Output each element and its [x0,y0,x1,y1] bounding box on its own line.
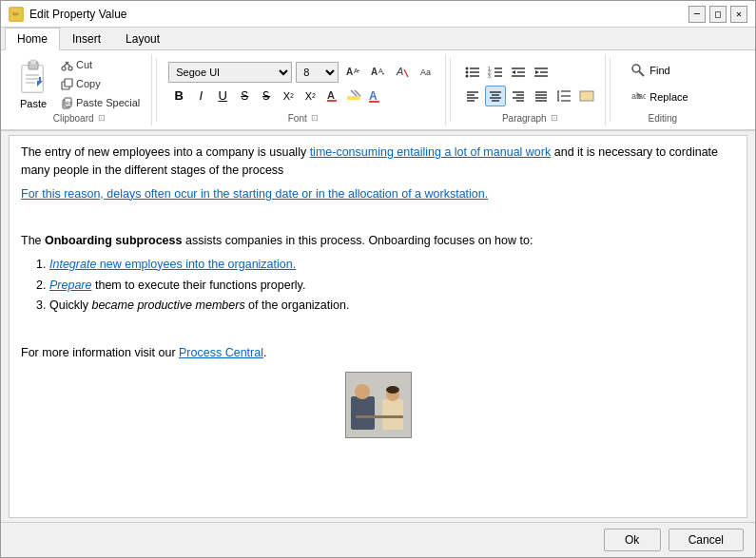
bottom-bar: Ok Cancel [1,522,755,557]
superscript-button[interactable]: X2 [278,86,299,106]
replace-label: Replace [649,91,688,103]
tab-insert[interactable]: Insert [60,28,113,50]
tab-home[interactable]: Home [5,28,60,50]
editor-area[interactable]: The entry of new employees into a compan… [9,135,747,518]
divider-1 [156,58,157,122]
link-integrate-text: new employees into the organization. [96,258,296,271]
font-format-row: B I U S S̶ X2 X2 A [168,86,386,106]
para-expand-icon[interactable]: ⊡ [551,113,558,123]
link-process-central[interactable]: Process Central [179,346,263,359]
font-size-select[interactable]: 8 [296,62,339,83]
edit-icon: ✏ [9,7,24,22]
italic-button[interactable]: I [190,86,211,106]
list-item-3: Quickly became productive members of the… [49,297,735,315]
svg-point-91 [386,386,399,394]
interview-image-svg [346,373,412,438]
italic-members: became productive members [91,298,244,312]
window: ✏ Edit Property Value ─ □ ✕ Home Insert … [0,0,756,558]
para-row-1: 1. 2. 3. [462,62,552,83]
editing-label-row: Editing [622,111,703,124]
text-highlight-button[interactable] [343,86,364,106]
window-title: Edit Property Value [29,8,127,21]
font-group-content: Segoe UI 8 A A [168,56,437,111]
font-name-select[interactable]: Segoe UI [168,62,292,83]
scissors-icon [60,58,73,71]
numbering-button[interactable]: 1. 2. 3. [485,62,506,83]
ribbon: Home Insert Layout [1,28,755,131]
link-prepare[interactable]: Prepare [49,279,91,292]
subscript-button[interactable]: X2 [300,86,320,106]
svg-rect-15 [65,79,72,87]
svg-rect-87 [351,396,375,430]
font-shrink-button[interactable]: A A [367,62,388,83]
minimize-button[interactable]: ─ [688,6,706,23]
svg-text:A: A [346,67,353,77]
link-integrate[interactable]: Integrate [49,258,96,271]
font-color-button[interactable]: A [321,86,342,106]
increase-indent-button[interactable] [531,62,552,83]
replace-button[interactable]: ab ac Replace [622,86,703,108]
bold-button[interactable]: B [168,86,189,106]
close-button[interactable]: ✕ [730,6,747,23]
shading-button[interactable] [576,86,597,106]
svg-text:✏: ✏ [12,10,20,19]
text-effects-button[interactable]: A [365,86,386,106]
font-expand-icon[interactable]: ⊡ [311,113,319,123]
para-group-content: 1. 2. 3. [462,56,597,111]
svg-line-83 [639,71,644,76]
svg-point-11 [68,67,72,70]
svg-rect-30 [347,96,360,100]
clipboard-expand-icon[interactable]: ⊡ [98,113,106,123]
svg-point-35 [466,67,469,69]
tab-layout[interactable]: Layout [113,28,172,50]
paste-label: Paste [20,98,47,109]
copy-label: Copy [76,78,101,89]
svg-point-82 [632,65,640,72]
justify-button[interactable] [531,86,552,106]
bullets-button[interactable] [462,62,483,83]
editor-paragraph-blank-2 [21,320,735,338]
line-spacing-button[interactable] [553,86,574,106]
svg-text:abc: abc [65,100,73,106]
clipboard-group-content: Paste Cut [14,56,144,111]
para-label-row: Paragraph ⊡ [462,111,597,124]
title-bar-controls: ─ □ ✕ [688,6,747,23]
paragraph-group: 1. 2. 3. [455,54,606,125]
link-time-consuming[interactable]: time-consuming entailing a lot of manual… [310,145,552,159]
paste-button[interactable]: Paste [14,56,52,111]
svg-text:Aa: Aa [420,67,431,77]
copy-icon [60,77,73,90]
copy-button[interactable]: Copy [56,75,144,92]
underline-button[interactable]: U [212,86,233,106]
strikethrough-button[interactable]: S [234,86,255,106]
double-strikethrough-button[interactable]: S̶ [256,86,277,106]
editor-image [345,372,412,438]
svg-text:A: A [327,89,335,101]
font-label: Font [288,113,307,124]
maximize-button[interactable]: □ [709,6,727,23]
clear-formatting-button[interactable]: A [392,62,413,83]
svg-point-88 [355,384,370,399]
character-case-button[interactable]: Aa [417,62,437,83]
cancel-button[interactable]: Cancel [669,529,744,551]
svg-rect-92 [356,415,403,418]
find-button[interactable]: Find [622,59,703,82]
editor-list: Integrate new employees into the organiz… [49,256,735,315]
font-grow-button[interactable]: A A [342,62,363,83]
paste-special-button[interactable]: abc Paste Special [56,94,144,111]
align-center-button[interactable] [485,86,506,106]
ribbon-content: Paste Cut [1,50,755,129]
svg-marker-48 [512,70,515,74]
link-delays[interactable]: For this reason, delays often ocur in th… [21,187,488,201]
ok-button[interactable]: Ok [604,529,661,551]
align-right-button[interactable] [508,86,529,106]
para-row-2 [462,86,597,106]
svg-rect-77 [580,91,593,101]
decrease-indent-button[interactable] [508,62,529,83]
editor-paragraph-1: The entry of new employees into a compan… [21,144,735,180]
svg-marker-24 [382,73,384,75]
align-left-button[interactable] [462,86,483,106]
paragraph-label: Paragraph [502,113,547,124]
cut-button[interactable]: Cut [56,56,144,73]
ribbon-tabs: Home Insert Layout [1,28,755,50]
